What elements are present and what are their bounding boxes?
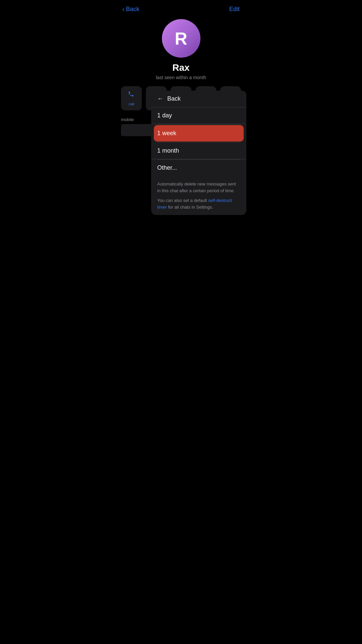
- chevron-left-icon: ‹: [122, 5, 125, 13]
- self-destruct-dropdown: ← Back 1 day 1 week 1 month Other... Aut…: [151, 91, 246, 215]
- back-label: Back: [126, 6, 139, 13]
- contact-header: R Rax last seen within a month: [116, 16, 246, 86]
- back-button[interactable]: ‹ Back: [122, 5, 139, 13]
- dropdown-header: ← Back: [151, 91, 246, 107]
- option-1day[interactable]: 1 day: [151, 107, 246, 124]
- contact-status: last seen within a month: [156, 75, 206, 80]
- edit-button[interactable]: Edit: [229, 6, 240, 13]
- call-button[interactable]: call: [121, 86, 142, 110]
- option-1week[interactable]: 1 week: [154, 125, 244, 142]
- avatar[interactable]: R: [162, 19, 200, 58]
- dropdown-back-icon[interactable]: ←: [157, 95, 163, 102]
- option-other[interactable]: Other...: [151, 160, 246, 176]
- call-icon: [128, 91, 135, 100]
- call-label: call: [129, 102, 134, 106]
- contact-name: Rax: [172, 62, 189, 73]
- dropdown-description: Automatically delete new messages sent i…: [151, 176, 246, 215]
- top-navigation: ‹ Back Edit: [116, 0, 246, 16]
- option-1month[interactable]: 1 month: [151, 143, 246, 159]
- dropdown-title: Back: [167, 95, 181, 102]
- divider: [157, 124, 240, 124]
